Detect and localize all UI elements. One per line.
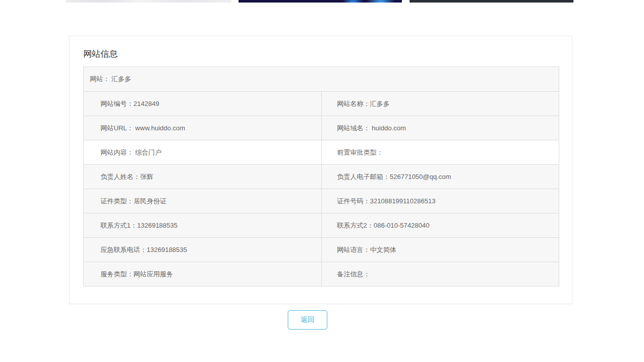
cell-id-type: 证件类型：居民身份证 (84, 189, 322, 213)
table-row-service: 服务类型：网站应用服务 备注信息： (84, 262, 559, 286)
thumbnail-image-left (66, 0, 231, 3)
cell-site-domain: 网站域名： huiddo.com (322, 116, 559, 140)
page-title: 网站信息 (83, 48, 118, 60)
cell-site-name: 网站名称：汇多多 (322, 92, 559, 116)
table-row-owner: 负责人姓名：张辉 负责人电子邮箱：526771050@qq.com (84, 164, 559, 189)
page: 网站信息 网站： 汇多多 网站编号：2142849 网站名称：汇多多 网站URL… (0, 0, 644, 362)
cell-emergency-phone: 应急联系电话：13269188535 (84, 238, 322, 262)
table-row-site-number: 网站编号：2142849 网站名称：汇多多 (84, 91, 559, 116)
table-header-row: 网站： 汇多多 (84, 67, 559, 91)
table-row-id-card: 证件类型：居民身份证 证件号码：321088199110286513 (84, 189, 559, 213)
back-button[interactable]: 返回 (288, 310, 327, 330)
table-row-contacts: 联系方式1：13269188535 联系方式2：086-010-57428040 (84, 213, 559, 237)
cell-site-number: 网站编号：2142849 (84, 92, 322, 116)
cell-approval-type: 前置审批类型： (322, 140, 559, 164)
cell-owner-email: 负责人电子邮箱：526771050@qq.com (322, 165, 559, 189)
website-summary-text: 网站： 汇多多 (90, 75, 131, 84)
table-row-site-url: 网站URL： www.huiddo.com 网站域名： huiddo.com (84, 116, 559, 140)
cell-remarks: 备注信息： (322, 262, 559, 286)
table-row-emergency: 应急联系电话：13269188535 网站语言：中文简体 (84, 237, 559, 262)
cell-site-language: 网站语言：中文简体 (322, 238, 559, 262)
cell-id-number: 证件号码：321088199110286513 (322, 189, 559, 213)
cell-site-url: 网站URL： www.huiddo.com (84, 116, 322, 140)
cell-site-content: 网站内容： 综合门户 (84, 140, 322, 164)
cell-contact-1: 联系方式1：13269188535 (84, 213, 322, 237)
thumbnail-image-right (410, 0, 573, 3)
website-info-card: 网站信息 网站： 汇多多 网站编号：2142849 网站名称：汇多多 网站URL… (69, 35, 572, 304)
website-info-table: 网站： 汇多多 网站编号：2142849 网站名称：汇多多 网站URL： www… (83, 66, 559, 286)
thumbnail-image-middle (239, 0, 402, 3)
cell-service-type: 服务类型：网站应用服务 (84, 262, 322, 286)
table-row-site-content: 网站内容： 综合门户 前置审批类型： (84, 140, 559, 164)
cell-owner-name: 负责人姓名：张辉 (84, 165, 322, 189)
cell-contact-2: 联系方式2：086-010-57428040 (322, 213, 559, 237)
